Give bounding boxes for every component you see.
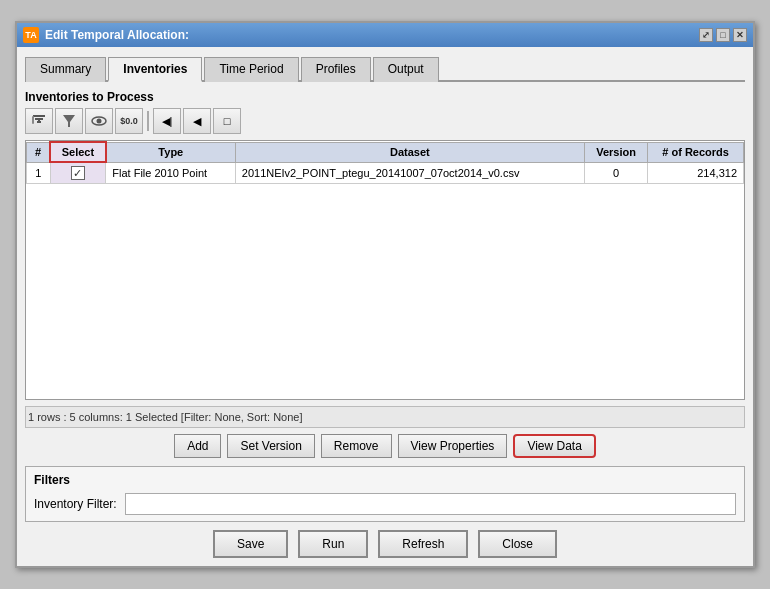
- refresh-button[interactable]: Refresh: [378, 530, 468, 558]
- toolbar-separator: [147, 111, 149, 131]
- tab-summary[interactable]: Summary: [25, 57, 106, 82]
- col-header-num: #: [27, 142, 51, 162]
- cell-records: 214,312: [648, 162, 744, 184]
- tab-profiles[interactable]: Profiles: [301, 57, 371, 82]
- toolbar-filter-btn[interactable]: [25, 108, 53, 134]
- restore-button[interactable]: ⤢: [699, 28, 713, 42]
- status-text: 1 rows : 5 columns: 1 Selected [Filter: …: [28, 411, 303, 423]
- view-data-button[interactable]: View Data: [513, 434, 595, 458]
- cell-row-num: 1: [27, 162, 51, 184]
- table-row: 1 Flat File 2010 Point 2011NEIv2_POINT_p…: [27, 162, 744, 184]
- run-button[interactable]: Run: [298, 530, 368, 558]
- col-header-records: # of Records: [648, 142, 744, 162]
- tab-inventories[interactable]: Inventories: [108, 57, 202, 82]
- inventory-filter-label: Inventory Filter:: [34, 497, 117, 511]
- select-checkbox[interactable]: [71, 166, 85, 180]
- toolbar-square-btn[interactable]: □: [213, 108, 241, 134]
- content-area: Summary Inventories Time Period Profiles…: [17, 47, 753, 566]
- title-bar-left: TA Edit Temporal Allocation:: [23, 27, 189, 43]
- window-title: Edit Temporal Allocation:: [45, 28, 189, 42]
- svg-point-7: [97, 119, 102, 124]
- action-buttons: Add Set Version Remove View Properties V…: [25, 434, 745, 458]
- main-window: TA Edit Temporal Allocation: ⤢ □ ✕ Summa…: [15, 21, 755, 568]
- inventories-section-title: Inventories to Process: [25, 90, 745, 104]
- tab-output[interactable]: Output: [373, 57, 439, 82]
- toolbar-cost-btn[interactable]: $0.0: [115, 108, 143, 134]
- tab-time-period[interactable]: Time Period: [204, 57, 298, 82]
- inventory-filter-input[interactable]: [125, 493, 736, 515]
- filter-row: Inventory Filter:: [34, 493, 736, 515]
- toolbar: $0.0 ◀| ◀ □: [25, 108, 745, 134]
- toolbar-first-btn[interactable]: ◀|: [153, 108, 181, 134]
- remove-button[interactable]: Remove: [321, 434, 392, 458]
- col-header-dataset: Dataset: [235, 142, 584, 162]
- svg-rect-2: [37, 121, 41, 123]
- inventories-table-container: # Select Type Dataset Version # of Recor…: [25, 140, 745, 400]
- col-header-type: Type: [106, 142, 235, 162]
- toolbar-eye-btn[interactable]: [85, 108, 113, 134]
- app-icon: TA: [23, 27, 39, 43]
- toolbar-prev-btn[interactable]: ◀: [183, 108, 211, 134]
- close-button-bottom[interactable]: Close: [478, 530, 557, 558]
- view-properties-button[interactable]: View Properties: [398, 434, 508, 458]
- close-button[interactable]: ✕: [733, 28, 747, 42]
- cell-version: 0: [584, 162, 647, 184]
- tab-bar: Summary Inventories Time Period Profiles…: [25, 55, 745, 82]
- set-version-button[interactable]: Set Version: [227, 434, 314, 458]
- inventories-table: # Select Type Dataset Version # of Recor…: [26, 141, 744, 184]
- add-button[interactable]: Add: [174, 434, 221, 458]
- svg-rect-3: [32, 116, 34, 124]
- svg-rect-0: [33, 115, 45, 117]
- svg-rect-4: [38, 119, 40, 121]
- title-controls: ⤢ □ ✕: [699, 28, 747, 42]
- filters-section: Filters Inventory Filter:: [25, 466, 745, 522]
- maximize-button[interactable]: □: [716, 28, 730, 42]
- col-header-version: Version: [584, 142, 647, 162]
- cell-dataset: 2011NEIv2_POINT_ptegu_20141007_07oct2014…: [235, 162, 584, 184]
- status-bar: 1 rows : 5 columns: 1 Selected [Filter: …: [25, 406, 745, 428]
- title-bar: TA Edit Temporal Allocation: ⤢ □ ✕: [17, 23, 753, 47]
- toolbar-funnel-btn[interactable]: [55, 108, 83, 134]
- cell-select[interactable]: [50, 162, 106, 184]
- cell-type: Flat File 2010 Point: [106, 162, 235, 184]
- filters-title: Filters: [34, 473, 736, 487]
- bottom-buttons: Save Run Refresh Close: [25, 530, 745, 558]
- svg-marker-5: [63, 115, 75, 127]
- col-header-select: Select: [50, 142, 106, 162]
- save-button[interactable]: Save: [213, 530, 288, 558]
